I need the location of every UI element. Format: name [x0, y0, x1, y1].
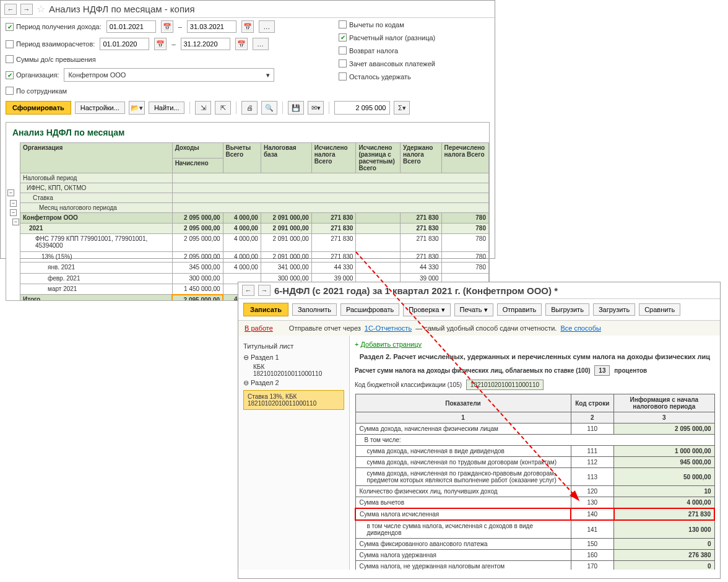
nav-section2[interactable]: ⊖ Раздел 2	[243, 377, 344, 389]
period-settle-to[interactable]	[181, 38, 230, 50]
tree-toggle-icon[interactable]: −	[10, 209, 17, 216]
sigma-icon[interactable]: Σ▾	[394, 101, 410, 115]
table-row[interactable]: 20212 095 000,004 000,002 091 000,00271 …	[20, 224, 489, 234]
period-income-to[interactable]	[187, 20, 236, 33]
print-icon[interactable]: 🖨	[241, 101, 258, 115]
table-row[interactable]: Сумма налога исчисленная140271 830	[355, 508, 714, 520]
table-row[interactable]: янв. 2021345 000,004 000,00341 000,0044 …	[20, 263, 489, 273]
report-table: Организация Доходы Вычеты Всего Налогова…	[20, 142, 489, 301]
form-table: Показатели Код строки Информация с начал…	[355, 394, 715, 570]
table-row[interactable]: в том числе сумма налога, исчисленная с …	[355, 520, 714, 539]
org-check[interactable]: Организация:	[6, 71, 59, 79]
table-row[interactable]: Сумма фиксированного авансового платежа1…	[355, 539, 714, 550]
tree-toggle-icon[interactable]: −	[10, 200, 17, 207]
nav-back-icon[interactable]: ←	[242, 285, 254, 296]
table-row[interactable]: сумма дохода, начисленная по трудовым до…	[355, 457, 714, 468]
period-settle-from[interactable]	[100, 38, 149, 50]
titlebar: ← → ☆ Анализ НДФЛ по месяцам - копия	[1, 1, 495, 18]
nav-title-page[interactable]: Титульный лист	[243, 341, 344, 352]
add-page-link[interactable]: Добавить страницу	[361, 341, 422, 348]
table-row[interactable]: сумма дохода, начисленная в виде дивиден…	[355, 446, 714, 457]
remain-withhold-check[interactable]: Осталось удержать	[339, 72, 411, 80]
calendar-icon[interactable]: 📅	[161, 20, 173, 33]
nav-active-item[interactable]: Ставка 13%, КБК 18210102010011000110	[243, 390, 344, 410]
1c-report-link[interactable]: 1С-Отчетность	[365, 324, 412, 332]
mail-icon[interactable]: ✉▾	[308, 101, 324, 115]
form-6ndfl-window: ← → 6-НДФЛ (с 2021 года) за 1 квартал 20…	[238, 282, 721, 579]
period-income-from[interactable]	[106, 20, 156, 33]
advance-offset-check[interactable]: Зачет авансовых платежей	[339, 59, 435, 67]
section-title: Раздел 2. Расчет исчисленных, удержанных…	[355, 353, 715, 360]
sum-input[interactable]	[334, 101, 390, 115]
table-row[interactable]: Конфетпром ООО2 095 000,004 000,002 091 …	[20, 213, 489, 224]
period-settle-check[interactable]: Период взаиморасчетов:	[6, 40, 95, 48]
more-icon[interactable]: …	[259, 20, 275, 33]
org-select[interactable]: Конфетпром ООО▾	[64, 68, 274, 82]
collapse-icon[interactable]: ⇱	[215, 101, 231, 115]
window-title: 6-НДФЛ (с 2021 года) за 1 квартал 2021 г…	[274, 285, 558, 296]
all-ways-link[interactable]: Все способы	[560, 324, 601, 332]
calendar-icon[interactable]: 📅	[235, 38, 248, 50]
tree-toggle-icon[interactable]: −	[7, 189, 14, 196]
decode-button[interactable]: Расшифровать	[340, 303, 399, 316]
send-button[interactable]: Отправить	[497, 303, 542, 316]
fill-button[interactable]: Заполнить	[292, 303, 337, 316]
sums-check[interactable]: Суммы до/с превышения	[6, 55, 96, 63]
save-icon[interactable]: 💾	[288, 101, 304, 115]
status-link[interactable]: В работе	[245, 324, 273, 332]
save-button[interactable]: Записать	[243, 303, 288, 316]
table-row[interactable]: ФНС 7799 КПП 779901001, 779901001, 45394…	[20, 234, 489, 252]
form-button[interactable]: Сформировать	[6, 101, 71, 115]
print-button[interactable]: Печать ▾	[454, 303, 493, 316]
settings-button[interactable]: Настройки...	[75, 102, 125, 114]
dropdown-icon[interactable]: ▾	[266, 71, 270, 79]
report-title: Анализ НДФЛ по месяцам	[6, 123, 489, 142]
analysis-window: ← → ☆ Анализ НДФЛ по месяцам - копия Пер…	[0, 0, 495, 259]
download-button[interactable]: Загрузить	[593, 303, 635, 316]
titlebar: ← → 6-НДФЛ (с 2021 года) за 1 квартал 20…	[238, 282, 720, 299]
kbk-value: 18210102010011000110	[466, 380, 544, 390]
nav-section1[interactable]: ⊖ Раздел 1	[243, 352, 344, 363]
table-row[interactable]: Сумма дохода, начисленная физическим лиц…	[355, 423, 714, 435]
calendar-icon[interactable]: 📅	[154, 38, 167, 50]
rate-value: 13	[594, 365, 610, 376]
upload-button[interactable]: Выгрузить	[545, 303, 589, 316]
report-area: Анализ НДФЛ по месяцам − − − − Организац…	[6, 122, 490, 301]
form-pane: + Добавить страницу Раздел 2. Расчет исч…	[350, 336, 720, 570]
find-button[interactable]: Найти...	[149, 102, 185, 114]
check-button[interactable]: Проверка ▾	[403, 303, 450, 316]
expand-icon[interactable]: ⇲	[195, 101, 211, 115]
calendar-icon[interactable]: 📅	[241, 20, 254, 33]
table-row[interactable]: 13% (15%)2 095 000,004 000,002 091 000,0…	[20, 252, 489, 263]
table-row[interactable]: В том числе:	[355, 435, 714, 446]
nav-pane: Титульный лист ⊖ Раздел 1 КБК 1821010201…	[238, 336, 350, 570]
table-row[interactable]: Количество физических лиц, получивших до…	[355, 486, 714, 497]
tree-toggle-icon[interactable]: −	[12, 219, 19, 225]
window-title: Анализ НДФЛ по месяцам - копия	[49, 4, 195, 14]
nav-forward-icon[interactable]: →	[258, 285, 271, 296]
more-icon[interactable]: …	[253, 38, 269, 50]
nav-forward-icon[interactable]: →	[20, 4, 33, 15]
period-income-check[interactable]: Период получения дохода:	[6, 23, 102, 31]
preview-icon[interactable]: 🔍	[261, 101, 277, 115]
folder-icon[interactable]: 📂▾	[129, 101, 145, 115]
status-banner: В работе Отправьте отчет через 1С-Отчетн…	[238, 321, 720, 336]
tax-return-check[interactable]: Возврат налога	[339, 46, 398, 54]
nav-back-icon[interactable]: ←	[4, 4, 17, 15]
calc-tax-check[interactable]: Расчетный налог (разница)	[339, 33, 435, 41]
table-row[interactable]: Сумма вычетов1304 000,00	[355, 497, 714, 509]
favorite-star-icon[interactable]: ☆	[37, 3, 45, 15]
compare-button[interactable]: Сравнить	[639, 303, 680, 316]
deduct-codes-check[interactable]: Вычеты по кодам	[339, 20, 404, 28]
table-row[interactable]: Сумма налога удержанная160276 380	[355, 550, 714, 561]
table-row[interactable]: Сумма налога, не удержанная налоговым аг…	[355, 561, 714, 570]
table-row[interactable]: сумма дохода, начисленная по гражданско-…	[355, 468, 714, 486]
by-employee-check[interactable]: По сотрудникам	[6, 87, 67, 95]
